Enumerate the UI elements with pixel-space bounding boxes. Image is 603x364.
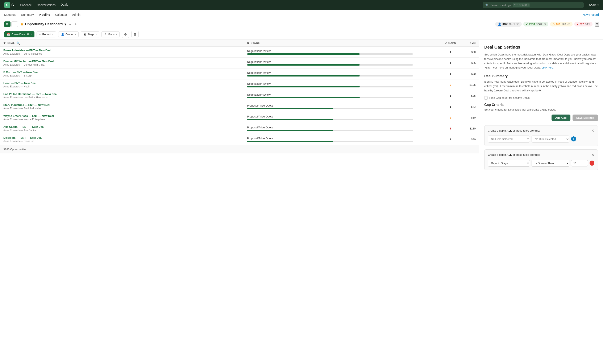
stage-bar-8 <box>247 141 333 142</box>
gap-rule-2-value-input[interactable] <box>571 160 588 166</box>
gaps-icon: ⚠ <box>104 33 107 36</box>
add-gap-button[interactable]: Add Gap <box>552 115 570 121</box>
gap-rule-2-remove[interactable]: − <box>590 161 594 166</box>
gap-rule-1-add-condition[interactable]: + <box>571 136 576 141</box>
deal-gaps-6: 2 <box>442 116 459 119</box>
deal-gaps-1: 1 <box>442 61 459 65</box>
deal-info-2: E Corp — ENT — New Deal Anna Edwards — E… <box>3 70 247 77</box>
deal-stage-4: Negotiation/Review <box>247 93 442 98</box>
gaps-chevron-icon: ▾ <box>116 33 117 35</box>
deal-name-2: E Corp — ENT — New Deal <box>3 70 247 74</box>
search-icon: 🔍 <box>485 4 489 7</box>
columns-icon-button[interactable]: ⊞ <box>131 31 139 38</box>
deal-info-0: Burns Industries — ENT — New Deal Anna E… <box>3 49 247 55</box>
nav-deals[interactable]: Deals <box>61 3 68 7</box>
table-row[interactable]: Stark Industries — ENT — New Deal Anna E… <box>0 101 479 112</box>
stage-bar-5 <box>247 108 333 109</box>
deal-sub-2: Anna Edwards — E Corp <box>3 74 247 77</box>
table-row[interactable]: Wayne Enterprises — ENT — New Deal Anna … <box>0 112 479 123</box>
gap-rule-1-header: Create a gap if ALL of these rules are t… <box>488 129 594 133</box>
table-row[interactable]: Burns Industries — ENT — New Deal Anna E… <box>0 47 479 58</box>
hide-gap-checkbox[interactable] <box>484 96 488 100</box>
settings-icon[interactable]: ⚙ <box>595 22 599 27</box>
refresh-icon[interactable]: ↻ <box>75 23 78 26</box>
close-date-chevron-icon: ▾ <box>31 33 32 35</box>
hide-gap-row: Hide Gap count for healthy Deals <box>484 96 598 100</box>
close-date-filter[interactable]: 📅 Close Date: All ▾ <box>4 31 35 37</box>
stage-col-icon: ▣ <box>247 42 250 45</box>
more-options-icon[interactable]: ⋯ <box>69 22 72 26</box>
stat-total: 👤 3165 $271.6m <box>495 22 522 27</box>
table-row[interactable]: Hooli — ENT — New Deal Anna Edwards — Ho… <box>0 80 479 90</box>
table-row[interactable]: Axe Capital — ENT — New Deal Anna Edward… <box>0 123 479 134</box>
grid-view-button[interactable]: ⊞ <box>4 22 11 27</box>
panel-description: See which Deals have the most risk facto… <box>484 53 598 70</box>
deal-gaps-7: 3 <box>442 127 459 130</box>
deal-amount-2: $90 <box>459 72 476 75</box>
stat-total-count: 3165 <box>503 23 508 26</box>
toolbar: ⊞ ☰ ♛ Opportunity Dashboard ▾ ⋯ ↻ 👤 3165… <box>0 19 603 29</box>
nav-cadence[interactable]: Cadence <box>20 3 32 7</box>
gap-rule-2-close[interactable]: ✕ <box>591 153 594 157</box>
record-icon: ○ <box>39 33 41 36</box>
gap-rule-1-label: Create a gap if ALL of these rules are t… <box>488 129 540 132</box>
deal-stage-7: Proposal/Price Quote <box>247 126 442 131</box>
stage-col-label: STAGE <box>251 42 260 45</box>
deal-sub-6: Anna Edwards — Wayne Enterprises <box>3 118 247 121</box>
stage-label-6: Proposal/Price Quote <box>247 115 442 118</box>
table-row[interactable]: E Corp — ENT — New Deal Anna Edwards — E… <box>0 69 479 80</box>
gap-rule-1-field-select[interactable]: No Field Selected <box>488 136 530 142</box>
gap-rule-1-close[interactable]: ✕ <box>591 129 594 133</box>
save-settings-button[interactable]: Save Settings <box>573 115 598 121</box>
gap-rule-2-field-select[interactable]: Days in Stage <box>488 160 530 167</box>
owner-filter[interactable]: 👤 Owner ▾ <box>58 31 79 37</box>
side-panel: Deal Gap Settings See which Deals have t… <box>479 40 603 364</box>
stage-bar-3 <box>247 86 360 87</box>
dashboard-title[interactable]: ♛ Opportunity Dashboard ▾ <box>20 22 66 26</box>
subnav-pipeline[interactable]: Pipeline <box>39 10 50 19</box>
record-filter[interactable]: ○ Record ▾ <box>36 31 56 37</box>
subnav-summary[interactable]: Summary <box>21 10 34 19</box>
dashboard-title-text: Opportunity Dashboard <box>25 22 63 26</box>
deal-search-icon[interactable]: 🔍 <box>16 41 20 45</box>
user-menu[interactable]: Adam ▾ <box>589 3 599 7</box>
table-row[interactable]: Los Pollos Hermanos — ENT — New Deal Ann… <box>0 90 479 101</box>
main-layout: ♛ DEAL 🔍 ▣ STAGE ⚠ GAPS AMC Burns Indust… <box>0 40 603 364</box>
filter-icon-button[interactable]: ⚙ <box>122 31 129 38</box>
danger-icon: ● <box>577 23 578 26</box>
deal-info-1: Dunder Mifflin, Inc. — ENT — New Deal An… <box>3 60 247 66</box>
click-here-link[interactable]: click here. <box>542 66 554 69</box>
nav-conversations[interactable]: Conversations <box>37 3 56 7</box>
healthy-icon: ✓ <box>526 23 528 26</box>
table-row[interactable]: Delos Inc. — ENT — New Deal Anna Edwards… <box>0 134 479 145</box>
list-view-button[interactable]: ☰ <box>11 22 18 27</box>
stage-label-1: Negotiation/Review <box>247 60 442 63</box>
subnav-meetings[interactable]: Meetings <box>4 10 16 19</box>
deal-info-5: Stark Industries — ENT — New Deal Anna E… <box>3 103 247 110</box>
search-bar[interactable]: 🔍 Search meetings / TO SEARCH <box>483 2 584 8</box>
stage-icon: ▣ <box>83 33 86 36</box>
gap-rule-2-header: Create a gap if ALL of these rules are t… <box>488 153 594 157</box>
gap-rule-2-rule-select[interactable]: Is Greater Than <box>532 160 569 167</box>
record-label: Record <box>42 33 51 36</box>
deal-col-label: DEAL <box>8 42 15 45</box>
close-date-label: Close Date: All <box>12 33 29 36</box>
deal-amount-6: $30 <box>459 116 476 119</box>
stage-label-4: Negotiation/Review <box>247 93 442 96</box>
hide-gap-label: Hide Gap count for healthy Deals <box>489 96 530 99</box>
deal-name-3: Hooli — ENT — New Deal <box>3 82 247 85</box>
panel-desc-text: See which Deals have the most risk facto… <box>484 53 596 69</box>
logo[interactable]: S S. <box>4 2 15 8</box>
new-record-button[interactable]: + New Record <box>580 13 599 16</box>
stage-bar-7 <box>247 130 333 131</box>
stage-filter[interactable]: ▣ Stage ▾ <box>81 31 99 37</box>
subnav-calendar[interactable]: Calendar <box>55 10 67 19</box>
user-name: Adam <box>589 3 596 7</box>
record-chevron-icon: ▾ <box>52 33 53 35</box>
gap-rule-1-rule-select[interactable]: No Rule Selected <box>532 136 569 142</box>
subnav-admin[interactable]: Admin <box>72 10 81 19</box>
col-deal-header: ♛ DEAL 🔍 <box>3 41 247 45</box>
gaps-filter[interactable]: ⚠ Gaps ▾ <box>102 31 120 37</box>
table-row[interactable]: Dunder Mifflin, Inc. — ENT — New Deal An… <box>0 58 479 69</box>
stats-bar: 👤 3165 $271.6m ✓ 2618 $240.1m ⚠ 351 $28.… <box>495 22 593 27</box>
